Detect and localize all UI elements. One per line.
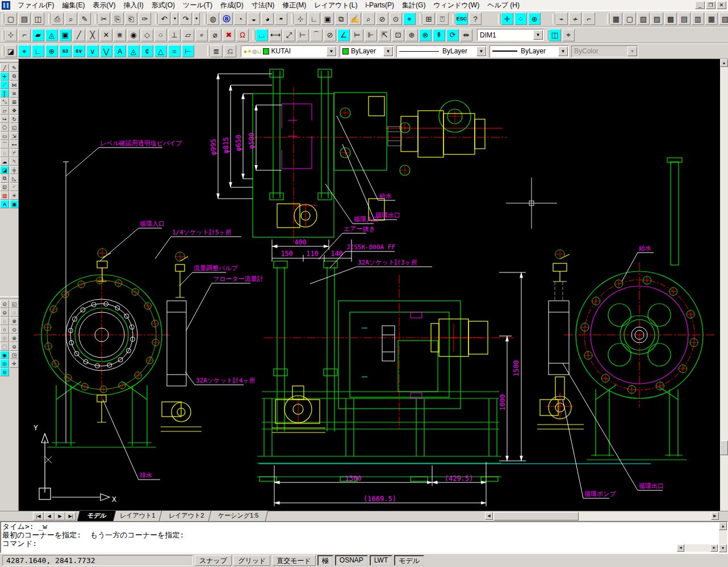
donut-button[interactable]: ◉: [0, 351, 9, 359]
menu-insert[interactable]: 挿入(I): [119, 0, 147, 11]
iparts-download-button[interactable]: ◔: [234, 12, 246, 25]
save-button[interactable]: ◫: [32, 12, 44, 25]
chamfer-button[interactable]: ◺: [10, 174, 19, 183]
break-button[interactable]: ╪: [10, 166, 19, 174]
breakline-2-button[interactable]: ≁: [569, 12, 581, 25]
vertical-scroll-thumb[interactable]: [720, 440, 728, 455]
arc-3p-button[interactable]: ↪: [0, 115, 9, 123]
dim-text-edit-button[interactable]: ⇞: [433, 29, 445, 41]
circle-ttt-button[interactable]: ◯: [0, 342, 9, 351]
color-swatch-button[interactable]: ▣: [321, 12, 334, 25]
iparts-manager-button[interactable]: ◍: [207, 12, 219, 25]
color-combo[interactable]: ByLayer ▼: [340, 45, 394, 57]
tab-prev-button[interactable]: ◀: [44, 512, 55, 520]
chevron-down-icon[interactable]: ▼: [558, 47, 568, 56]
dim-baseline-button[interactable]: ⊨: [351, 29, 363, 41]
dim-edit-button[interactable]: ⊗: [419, 29, 432, 41]
undo-button[interactable]: ↶: [158, 12, 170, 25]
zoom-scale-button[interactable]: ⊗: [10, 317, 19, 325]
horizontal-scrollbar[interactable]: ◀ ▶: [485, 512, 719, 520]
copy-button[interactable]: ⎘: [111, 12, 124, 25]
new-button[interactable]: ▢: [5, 12, 17, 25]
layer-manager-button[interactable]: ≣: [210, 45, 223, 57]
polar-toggle[interactable]: 極: [317, 555, 333, 566]
tab-model[interactable]: モデル: [77, 510, 116, 521]
ucs-toggle-button[interactable]: ∟: [308, 12, 320, 25]
menu-tally[interactable]: 集計(G): [398, 0, 429, 11]
toolbar-grip[interactable]: [10, 60, 19, 63]
help-button[interactable]: ?: [469, 12, 482, 25]
erase-symbol-button[interactable]: ◪: [5, 45, 17, 57]
parts-bulb-button[interactable]: ▤: [678, 12, 691, 25]
menu-view[interactable]: 表示(V): [89, 0, 119, 11]
horizontal-scroll-thumb[interactable]: [493, 512, 579, 520]
menu-modify[interactable]: 修正(M): [278, 0, 310, 11]
drawing-area[interactable]: φ995 φ815 φ650 φ500 400 150 110 140 1300…: [19, 59, 720, 511]
finish-63-button[interactable]: 63: [59, 45, 72, 57]
undo-menu-button[interactable]: ▾: [171, 12, 178, 25]
temp-track-button[interactable]: ⊹: [5, 29, 17, 41]
scroll-up-button[interactable]: ▲: [720, 59, 728, 67]
centerline-symbol-button[interactable]: ¢: [141, 45, 153, 57]
circle-ttr-button[interactable]: ◎: [0, 334, 9, 342]
chevron-down-icon[interactable]: ▼: [327, 47, 336, 56]
snap-center-button[interactable]: ◉: [127, 29, 140, 41]
point-style-button[interactable]: ⊹: [294, 12, 307, 25]
snap-node-button[interactable]: ∘: [195, 29, 208, 41]
zoom-object-button[interactable]: ⊘: [376, 12, 388, 25]
print-button[interactable]: ⎙: [51, 12, 64, 25]
dim-aligned-button[interactable]: ⤢: [283, 29, 295, 41]
snap-mid2-button[interactable]: ╳: [86, 29, 99, 41]
zoom-in-button[interactable]: ⊕: [10, 334, 19, 342]
circle-radius-button[interactable]: ⊙: [0, 300, 9, 308]
zoom-extents-button[interactable]: ◳: [10, 351, 19, 359]
scroll-right-button[interactable]: ▶: [711, 512, 719, 520]
circle-2p-button[interactable]: ◌: [0, 317, 9, 325]
donut-2-button[interactable]: ◎: [0, 359, 9, 368]
point-multiple-button[interactable]: ⁘: [514, 12, 527, 25]
iparts-update-button[interactable]: ◒: [248, 12, 260, 25]
stretch-button[interactable]: ⇲: [10, 132, 19, 140]
mtext-button[interactable]: A: [0, 200, 9, 208]
match-properties-button[interactable]: ✑: [139, 12, 151, 25]
parts-edit-button[interactable]: ▧: [637, 12, 650, 25]
dim-ordinate-button[interactable]: ⊢: [296, 29, 309, 41]
lineweight-combo[interactable]: ByLayer ▼: [489, 45, 569, 57]
snap-perpendicular-button[interactable]: ⊥: [168, 29, 181, 41]
array-button[interactable]: ⊞: [10, 98, 19, 106]
command-scroll-right[interactable]: ▶: [710, 544, 718, 552]
minimize-button[interactable]: _: [695, 1, 705, 9]
tab-layout2[interactable]: レイアウト2: [159, 510, 214, 521]
dim-radius-button[interactable]: ⌒: [310, 29, 323, 41]
rotated-rectangle-button[interactable]: ▱: [0, 106, 9, 115]
cut-button[interactable]: ✂: [98, 12, 110, 25]
parts-select-button[interactable]: ▢: [624, 12, 636, 25]
lwt-toggle[interactable]: LWT: [370, 555, 392, 566]
qdim-button[interactable]: ⌴: [256, 29, 268, 41]
zoom-center-button[interactable]: ⊙: [10, 325, 19, 334]
linetype-combo[interactable]: ByLayer ▼: [396, 45, 487, 57]
circle-button[interactable]: ◌: [0, 149, 9, 157]
breakline-3-button[interactable]: ⌐: [583, 12, 595, 25]
parts-pin-button[interactable]: ▥: [692, 12, 704, 25]
snap-toggle[interactable]: スナップ: [195, 555, 232, 566]
multiline-button[interactable]: ║: [0, 89, 9, 98]
close-button[interactable]: ✕: [717, 1, 726, 9]
iparts-web-button[interactable]: ⓐ: [220, 12, 233, 25]
osnap-settings-button[interactable]: Ω: [236, 29, 249, 41]
plot-icon[interactable]: ◍: [252, 48, 257, 54]
iparts-save-button[interactable]: ◕: [261, 12, 274, 25]
freeze-icon[interactable]: ☀: [247, 48, 252, 54]
viewports-button[interactable]: ⧉: [335, 12, 348, 25]
ellipse-button[interactable]: ⊜: [0, 368, 9, 376]
dim-style-combo[interactable]: DIM1 ▼: [477, 29, 544, 41]
tab-casing[interactable]: ケーシング1:5: [208, 510, 268, 521]
zoom-dynamic-button[interactable]: ⌕: [362, 12, 375, 25]
boundary-button[interactable]: ⊡: [0, 183, 9, 191]
toolbar-grip[interactable]: [0, 60, 9, 63]
menu-iparts[interactable]: i-Parts(P): [361, 1, 398, 10]
balloon-89-button[interactable]: ◬: [127, 45, 140, 57]
edit-properties-button[interactable]: ✎: [10, 64, 19, 72]
vertical-scrollbar[interactable]: ▲ ▼: [720, 59, 728, 521]
table-button[interactable]: ⊞: [422, 12, 435, 25]
